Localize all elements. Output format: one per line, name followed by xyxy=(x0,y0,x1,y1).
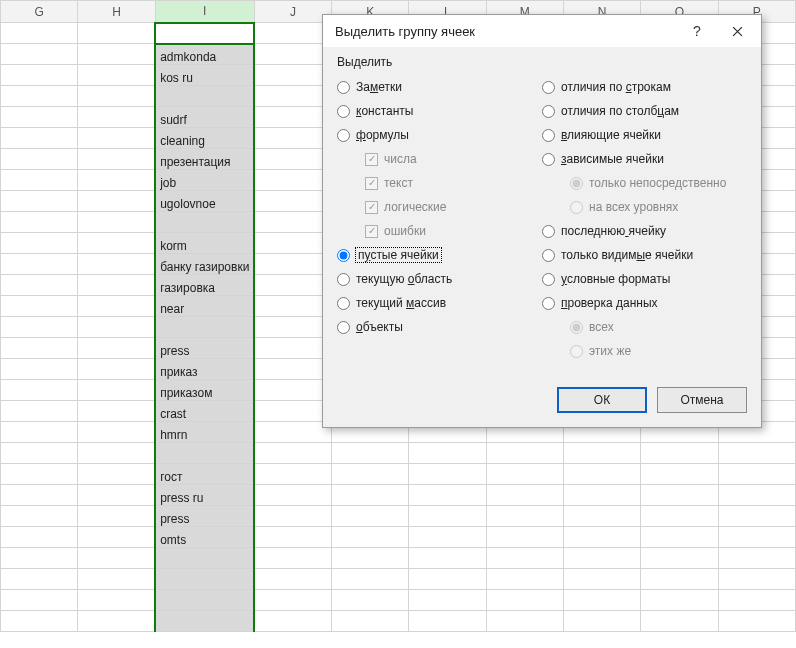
radio-input[interactable] xyxy=(337,273,350,286)
cell[interactable]: korm xyxy=(155,233,254,254)
cell[interactable] xyxy=(641,611,718,632)
cell[interactable] xyxy=(254,464,331,485)
cell[interactable] xyxy=(563,485,640,506)
cell[interactable] xyxy=(78,548,155,569)
column-header[interactable]: J xyxy=(254,1,331,23)
option-constants[interactable]: константы xyxy=(337,99,542,123)
cell[interactable] xyxy=(486,611,563,632)
cell[interactable] xyxy=(409,506,486,527)
cell[interactable] xyxy=(1,401,78,422)
radio-input[interactable] xyxy=(337,81,350,94)
cell[interactable] xyxy=(332,611,409,632)
cell[interactable] xyxy=(78,275,155,296)
cell[interactable] xyxy=(78,296,155,317)
cell[interactable] xyxy=(1,485,78,506)
cell[interactable] xyxy=(409,527,486,548)
cell[interactable] xyxy=(718,548,795,569)
cell[interactable] xyxy=(78,191,155,212)
cell[interactable]: cleaning xyxy=(155,128,254,149)
cell[interactable]: job xyxy=(155,170,254,191)
cell[interactable] xyxy=(78,338,155,359)
cell[interactable] xyxy=(78,590,155,611)
cell[interactable] xyxy=(486,590,563,611)
cell[interactable] xyxy=(78,527,155,548)
cell[interactable]: near xyxy=(155,296,254,317)
cell[interactable] xyxy=(1,527,78,548)
cell[interactable] xyxy=(1,590,78,611)
cell[interactable] xyxy=(78,359,155,380)
cell[interactable] xyxy=(254,86,331,107)
cell[interactable] xyxy=(254,254,331,275)
cell[interactable] xyxy=(563,548,640,569)
cell[interactable] xyxy=(78,569,155,590)
cell[interactable] xyxy=(332,527,409,548)
cell[interactable] xyxy=(1,275,78,296)
radio-input[interactable] xyxy=(542,249,555,262)
cell[interactable] xyxy=(78,107,155,128)
cell[interactable] xyxy=(1,422,78,443)
cell[interactable] xyxy=(563,443,640,464)
cell[interactable] xyxy=(78,485,155,506)
cell[interactable] xyxy=(409,569,486,590)
cell[interactable]: admkonda xyxy=(155,44,254,65)
cell[interactable] xyxy=(1,170,78,191)
cell[interactable] xyxy=(718,485,795,506)
radio-input[interactable] xyxy=(542,297,555,310)
cell[interactable] xyxy=(409,443,486,464)
cell[interactable] xyxy=(332,464,409,485)
cell[interactable] xyxy=(78,149,155,170)
cell[interactable] xyxy=(718,527,795,548)
option-precedents[interactable]: влияющие ячейки xyxy=(542,123,747,147)
cell[interactable] xyxy=(78,422,155,443)
cell[interactable] xyxy=(409,548,486,569)
cell[interactable] xyxy=(254,212,331,233)
cancel-button[interactable]: Отмена xyxy=(657,387,747,413)
radio-input[interactable] xyxy=(337,249,350,262)
cell[interactable] xyxy=(254,422,331,443)
cell[interactable] xyxy=(1,23,78,44)
option-rowdiff[interactable]: отличия по строкам xyxy=(542,75,747,99)
cell[interactable]: гост xyxy=(155,464,254,485)
cell[interactable] xyxy=(718,464,795,485)
cell[interactable]: газировка xyxy=(155,275,254,296)
column-header[interactable]: H xyxy=(78,1,155,23)
cell[interactable] xyxy=(254,338,331,359)
cell[interactable] xyxy=(1,254,78,275)
radio-input[interactable] xyxy=(542,225,555,238)
cell[interactable]: hmrn xyxy=(155,422,254,443)
radio-input[interactable] xyxy=(337,321,350,334)
cell[interactable] xyxy=(78,611,155,632)
cell[interactable] xyxy=(718,590,795,611)
cell[interactable] xyxy=(254,128,331,149)
cell[interactable] xyxy=(1,548,78,569)
cell[interactable] xyxy=(1,296,78,317)
option-lastcell[interactable]: последнюю ячейку xyxy=(542,219,747,243)
cell[interactable] xyxy=(254,317,331,338)
option-curregion[interactable]: текущую область xyxy=(337,267,542,291)
cell[interactable] xyxy=(78,401,155,422)
cell[interactable]: crast xyxy=(155,401,254,422)
cell[interactable] xyxy=(332,590,409,611)
cell[interactable] xyxy=(409,464,486,485)
cell[interactable] xyxy=(254,191,331,212)
column-header[interactable]: G xyxy=(1,1,78,23)
cell[interactable] xyxy=(1,44,78,65)
cell[interactable] xyxy=(1,380,78,401)
cell[interactable] xyxy=(254,107,331,128)
cell[interactable] xyxy=(641,506,718,527)
cell[interactable] xyxy=(155,611,254,632)
cell[interactable] xyxy=(155,443,254,464)
cell[interactable] xyxy=(254,569,331,590)
cell[interactable] xyxy=(718,611,795,632)
help-button[interactable]: ? xyxy=(677,17,717,45)
cell[interactable] xyxy=(486,569,563,590)
option-condfmt[interactable]: условные форматы xyxy=(542,267,747,291)
cell[interactable] xyxy=(1,128,78,149)
cell[interactable] xyxy=(78,44,155,65)
cell[interactable] xyxy=(78,254,155,275)
cell[interactable]: omts xyxy=(155,527,254,548)
cell[interactable] xyxy=(332,506,409,527)
cell[interactable]: приказ xyxy=(155,359,254,380)
cell[interactable]: press ru xyxy=(155,485,254,506)
option-coldiff[interactable]: отличия по столбцам xyxy=(542,99,747,123)
